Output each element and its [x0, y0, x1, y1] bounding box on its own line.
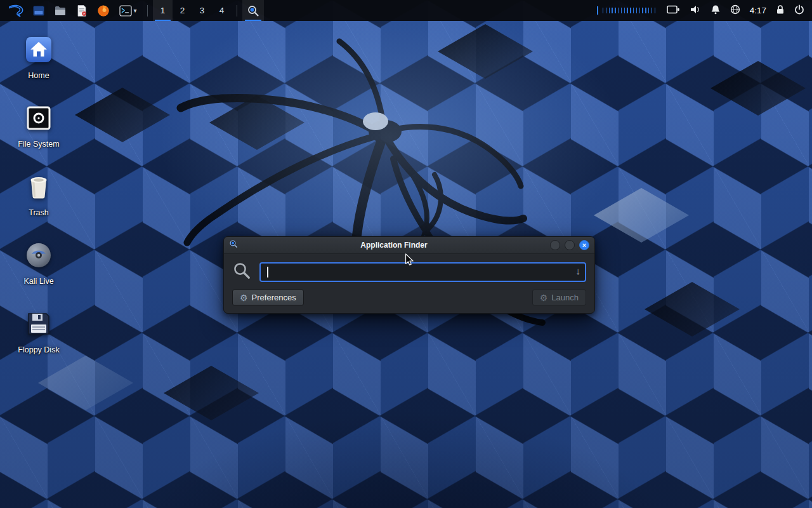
- desktop-icon-file-system[interactable]: File System: [9, 103, 69, 149]
- file-manager-icon: [32, 4, 45, 17]
- desktop-icon-label: File System: [18, 140, 59, 149]
- workspace-4[interactable]: 4: [212, 0, 232, 21]
- launch-gear-icon: ⚙: [540, 293, 548, 302]
- battery-icon: [667, 5, 680, 16]
- firefox-icon: [97, 4, 110, 17]
- workspace-4-label: 4: [219, 6, 225, 15]
- preferences-button[interactable]: ⚙ Preferences: [232, 290, 304, 305]
- desktop-icon-trash[interactable]: Trash: [9, 171, 69, 217]
- bell-icon: [710, 4, 721, 17]
- firefox-launcher[interactable]: [93, 0, 114, 21]
- workspace-switcher: 1 2 3 4: [153, 0, 232, 21]
- search-row: ↓: [232, 261, 586, 283]
- desktop-icon-label: Kali Live: [23, 277, 53, 286]
- top-panel: ▾ 1 2 3 4: [0, 0, 812, 21]
- workspace-2-label: 2: [180, 6, 185, 15]
- launch-label: Launch: [551, 293, 579, 302]
- lock-icon: [776, 4, 785, 17]
- application-finder-panel-button[interactable]: [242, 0, 264, 21]
- search-icon: [232, 261, 251, 283]
- desktop-icon-kali-live[interactable]: Kali Live: [9, 240, 69, 286]
- terminal-launcher[interactable]: ▾: [114, 0, 142, 21]
- trash-icon: [23, 171, 54, 204]
- network-icon: [730, 4, 740, 17]
- dialog-buttons: ⚙ Preferences ⚙ Launch: [232, 290, 586, 305]
- workspace-2[interactable]: 2: [173, 0, 192, 21]
- panel-clock[interactable]: 4:17: [750, 6, 766, 15]
- system-monitor-graph[interactable]: [597, 6, 657, 15]
- workspace-3-label: 3: [200, 6, 205, 15]
- terminal-dropdown-chevron-icon[interactable]: ▾: [133, 8, 136, 14]
- volume-icon: [690, 4, 701, 17]
- application-finder-icon: [247, 4, 259, 17]
- text-caret: [267, 267, 268, 277]
- close-button[interactable]: ×: [579, 240, 589, 250]
- dialog-body: ↓ ⚙ Preferences ⚙ Launch: [224, 254, 594, 313]
- desktop-icon-home[interactable]: Home: [9, 34, 69, 80]
- text-editor-launcher[interactable]: [71, 0, 93, 21]
- file-manager-launcher[interactable]: [28, 0, 49, 21]
- notifications-button[interactable]: [710, 4, 721, 17]
- monitor-ticks-icon: [603, 8, 657, 13]
- kali-logo-icon: [8, 4, 24, 17]
- gear-icon: ⚙: [240, 293, 248, 302]
- titlebar[interactable]: Application Finder ×: [224, 237, 594, 254]
- workspace-3[interactable]: 3: [192, 0, 212, 21]
- desktop-icon-floppy-disk[interactable]: Floppy Disk: [9, 309, 69, 354]
- home-icon: [23, 34, 54, 67]
- search-input[interactable]: [259, 262, 586, 282]
- window-title: Application Finder: [243, 241, 545, 250]
- search-input-wrap: ↓: [259, 262, 586, 282]
- folder-icon: [54, 4, 67, 17]
- screen-lock-button[interactable]: [776, 4, 785, 17]
- maximize-button[interactable]: [565, 240, 575, 250]
- file-system-icon: [23, 103, 54, 136]
- window-controls: ×: [550, 240, 589, 250]
- window-magnifier-icon: [229, 239, 238, 251]
- volume-control[interactable]: [690, 4, 701, 17]
- panel-tray: 4:17: [597, 0, 808, 21]
- power-icon: [794, 4, 804, 17]
- desktop-icon-label: Floppy Disk: [18, 345, 59, 354]
- text-editor-icon: [75, 4, 88, 17]
- power-button[interactable]: [794, 4, 804, 17]
- workspace-1[interactable]: 1: [153, 0, 173, 21]
- kali-live-disc-icon: [23, 240, 54, 273]
- floppy-disk-icon: [23, 309, 54, 342]
- desktop-icon-label: Home: [28, 71, 49, 80]
- desktop-screen: ▾ 1 2 3 4: [0, 0, 812, 508]
- application-finder-window: Application Finder × ↓ ⚙: [223, 236, 595, 314]
- battery-indicator[interactable]: [667, 5, 680, 16]
- launch-button[interactable]: ⚙ Launch: [532, 290, 586, 305]
- terminal-icon: [119, 4, 132, 17]
- desktop-icon-list: Home File System Trash Kali Live Floppy …: [9, 34, 69, 354]
- desktop-icon-label: Trash: [29, 208, 49, 217]
- minimize-button[interactable]: [550, 240, 560, 250]
- monitor-bar-icon: [597, 6, 598, 15]
- workspace-1-label: 1: [160, 6, 166, 15]
- close-icon: ×: [582, 242, 586, 249]
- folder-launcher[interactable]: [49, 0, 71, 21]
- panel-separator: [237, 5, 237, 17]
- search-dropdown-icon[interactable]: ↓: [576, 265, 581, 276]
- panel-separator: [147, 5, 148, 17]
- preferences-label: Preferences: [252, 293, 296, 302]
- kali-menu-button[interactable]: [4, 0, 28, 21]
- network-status[interactable]: [730, 4, 740, 17]
